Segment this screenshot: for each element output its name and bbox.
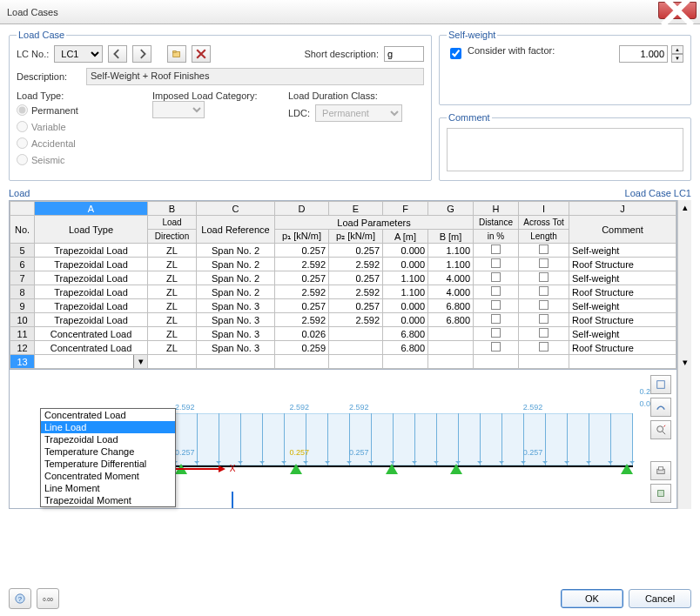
dropdown-item[interactable]: Trapezoidal Moment <box>41 494 175 506</box>
load-case-panel: Load Case LC No.: LC1 <box>9 30 432 181</box>
svg-rect-1 <box>173 51 176 53</box>
factor-down-button[interactable]: ▼ <box>671 54 683 63</box>
lcno-label: LC No.: <box>17 49 49 59</box>
next-lc-button[interactable] <box>132 45 151 63</box>
ldc-short-label: LDC: <box>288 108 310 118</box>
desc-label: Description: <box>17 71 81 82</box>
titlebar: Load Cases <box>0 0 700 24</box>
axis-x-label: X <box>175 464 235 474</box>
table-row[interactable]: 8Trapezoidal LoadZLSpan No. 22.5922.5921… <box>10 285 676 299</box>
view-tool-2-button[interactable] <box>650 398 671 417</box>
svg-marker-6 <box>621 464 633 474</box>
factor-input[interactable] <box>619 45 668 63</box>
new-lc-button[interactable] <box>167 45 186 63</box>
cancel-button[interactable]: Cancel <box>629 589 691 608</box>
table-row[interactable]: 11Concentrated LoadZLSpan No. 30.0266.80… <box>10 327 676 341</box>
dropdown-item[interactable]: Line Moment <box>41 482 175 494</box>
svg-rect-16 <box>658 467 663 470</box>
dropdown-item[interactable]: Line Load <box>41 421 175 433</box>
dropdown-item[interactable]: Temperature Change <box>41 445 175 458</box>
table-row[interactable]: 5Trapezoidal LoadZLSpan No. 20.2570.2570… <box>10 244 676 258</box>
dropdown-item[interactable]: Temperature Differential <box>41 458 175 470</box>
short-desc-label: Short description: <box>304 49 379 59</box>
load-legend: Load <box>9 188 30 198</box>
window-title: Load Cases <box>7 7 58 17</box>
axis-z-label: Z <box>227 492 246 509</box>
svg-point-12 <box>657 426 663 432</box>
svg-text:0.00: 0.00 <box>43 597 53 602</box>
dropdown-toggle-icon[interactable]: ▾ <box>133 355 147 368</box>
grid-vscroll[interactable]: ▴ ▾ <box>677 200 691 370</box>
comment-legend: Comment <box>447 112 492 123</box>
delete-lc-button[interactable] <box>192 45 211 63</box>
table-row[interactable]: 12Concentrated LoadZLSpan No. 30.2596.80… <box>10 341 676 355</box>
radio-variable[interactable]: Variable <box>17 121 147 132</box>
export-button[interactable] <box>650 484 671 503</box>
svg-line-13 <box>663 432 665 434</box>
svg-rect-17 <box>658 491 664 497</box>
print-button[interactable] <box>650 461 671 480</box>
svg-text:?: ? <box>18 595 22 603</box>
radio-seismic[interactable]: Seismic <box>17 154 147 165</box>
short-desc-input[interactable] <box>384 46 424 62</box>
ldc-label: Load Duration Class: <box>288 90 402 101</box>
load-type-label: Load Type: <box>17 90 147 101</box>
table-row[interactable]: 9Trapezoidal LoadZLSpan No. 30.2570.2570… <box>10 299 676 313</box>
self-weight-panel: Self-weight Consider with factor: ▲ ▼ <box>439 30 691 105</box>
svg-rect-11 <box>657 381 665 389</box>
ok-button[interactable]: OK <box>561 589 623 608</box>
dropdown-item[interactable]: Trapezoidal Load <box>41 433 175 445</box>
svg-marker-8 <box>219 465 225 472</box>
help-button[interactable]: ? <box>9 588 31 609</box>
load-type-dropdown[interactable]: Concentrated LoadLine LoadTrapezoidal Lo… <box>40 408 176 507</box>
self-weight-legend: Self-weight <box>447 30 497 40</box>
dropdown-item[interactable]: Concentrated Moment <box>41 470 175 482</box>
consider-label: Consider with factor: <box>468 45 616 56</box>
grid-group-row: No. Load Type Load Load Reference Load P… <box>10 216 676 230</box>
close-button[interactable] <box>658 2 697 19</box>
grid-letter-row: A B C D E F G H I J <box>10 202 676 216</box>
units-button[interactable]: 0.00 <box>37 588 59 609</box>
table-row[interactable]: 10Trapezoidal LoadZLSpan No. 32.5922.592… <box>10 313 676 327</box>
table-row[interactable]: 6Trapezoidal LoadZLSpan No. 22.5922.5920… <box>10 258 676 271</box>
radio-permanent[interactable]: Permanent <box>17 104 147 116</box>
scroll-up-icon[interactable]: ▴ <box>683 202 688 213</box>
preview-vscroll[interactable] <box>677 370 691 509</box>
svg-marker-5 <box>450 464 462 474</box>
scroll-down-icon[interactable]: ▾ <box>683 357 688 368</box>
view-tool-3-button[interactable] <box>650 420 671 439</box>
svg-marker-4 <box>386 464 398 474</box>
ldc-select: Permanent <box>315 104 402 122</box>
consider-checkbox[interactable] <box>450 48 461 59</box>
svg-marker-3 <box>290 464 302 474</box>
load-grid[interactable]: A B C D E F G H I J No. <box>10 201 676 369</box>
comment-panel: Comment <box>439 112 691 181</box>
comment-textarea[interactable] <box>447 128 683 171</box>
dropdown-item[interactable]: Concentrated Load <box>41 409 175 421</box>
imposed-select <box>152 101 205 118</box>
svg-line-14 <box>663 425 665 427</box>
factor-up-button[interactable]: ▲ <box>671 45 683 54</box>
description-field[interactable]: Self-Weight + Roof Finishes <box>86 68 424 85</box>
table-row[interactable]: 7Trapezoidal LoadZLSpan No. 20.2570.2571… <box>10 271 676 285</box>
view-tool-1-button[interactable] <box>650 375 671 394</box>
imposed-label: Imposed Load Category: <box>152 90 283 101</box>
load-case-legend: Load Case <box>17 30 66 40</box>
lcno-select[interactable]: LC1 <box>54 45 103 63</box>
table-row-editing[interactable]: 13▾ <box>10 355 676 369</box>
prev-lc-button[interactable] <box>108 45 127 63</box>
radio-accidental[interactable]: Accidental <box>17 137 147 149</box>
load-case-ref: Load Case LC1 <box>625 188 691 198</box>
